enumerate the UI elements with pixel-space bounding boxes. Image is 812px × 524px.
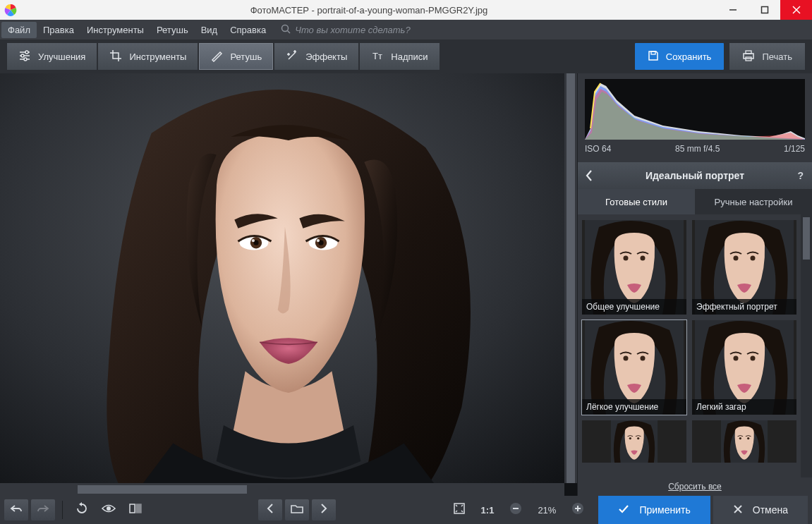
save-label: Сохранить	[666, 51, 712, 62]
brush-icon	[210, 49, 223, 64]
menu-item-edit[interactable]: Правка	[37, 22, 80, 38]
wand-icon	[286, 49, 298, 64]
eye-icon	[102, 504, 116, 516]
maximize-button[interactable]	[749, 0, 780, 20]
minimize-button[interactable]	[717, 0, 749, 20]
preview-button[interactable]	[97, 499, 121, 520]
sub-tab-presets[interactable]: Готовые стили	[578, 189, 695, 214]
save-button[interactable]: Сохранить	[635, 43, 725, 70]
search-icon	[281, 24, 295, 36]
panel-header: Идеальный портрет ?	[578, 162, 812, 189]
panel-sub-tabs: Готовые стили Ручные настройки	[578, 189, 812, 214]
redo-icon	[37, 504, 49, 516]
menu-item-file[interactable]: Файл	[1, 22, 37, 38]
sliders-icon	[18, 49, 31, 64]
reset-row: Сбросить все	[578, 477, 812, 496]
open-folder-button[interactable]	[285, 499, 309, 520]
histogram-section: ISO 64 85 mm f/4.5 1/125	[578, 73, 812, 158]
preset-area: Общее улучшение Эффектный портрет Лёгкое…	[578, 214, 812, 477]
svg-rect-15	[651, 51, 655, 54]
right-panel: ISO 64 85 mm f/4.5 1/125 Идеальный портр…	[577, 73, 812, 496]
menu-search[interactable]: Что вы хотите сделать?	[281, 24, 411, 36]
tab-instruments[interactable]: Инструменты	[98, 43, 198, 70]
svg-rect-17	[746, 51, 751, 54]
canvas-horizontal-scrollbar[interactable]	[0, 483, 564, 496]
app-icon	[4, 4, 17, 16]
title-bar: ФотоМАСТЕР - portrait-of-a-young-woman-P…	[0, 0, 812, 20]
search-placeholder: Что вы хотите сделать?	[295, 25, 411, 35]
tab-effects[interactable]: Эффекты	[274, 43, 358, 70]
tab-enhancements[interactable]: Улучшения	[7, 43, 97, 70]
check-icon	[618, 504, 629, 516]
compare-button[interactable]	[123, 499, 147, 520]
save-icon	[648, 50, 659, 63]
preset-item[interactable]: Лёгкое улучшение	[582, 320, 686, 415]
panel-help-button[interactable]: ?	[797, 162, 804, 189]
svg-line-6	[288, 30, 291, 33]
preset-label: Легкий загар	[692, 399, 796, 415]
window-title: ФотоМАСТЕР - portrait-of-a-young-woman-P…	[21, 5, 717, 16]
reset-all-link[interactable]: Сбросить все	[668, 482, 722, 492]
cancel-button[interactable]: Отмена	[713, 496, 808, 524]
menu-item-help[interactable]: Справка	[224, 22, 272, 38]
chevron-right-icon	[320, 504, 328, 516]
window-controls	[717, 0, 812, 20]
preset-scrollbar[interactable]	[801, 214, 812, 477]
svg-point-5	[282, 25, 289, 31]
tab-label: Инструменты	[129, 51, 186, 62]
preset-grid: Общее улучшение Эффектный портрет Лёгкое…	[578, 214, 801, 477]
preset-item[interactable]	[692, 420, 796, 463]
menu-item-retouch[interactable]: Ретушь	[150, 22, 195, 38]
rotate-icon	[75, 502, 88, 518]
menu-item-view[interactable]: Вид	[195, 22, 224, 38]
close-button[interactable]	[780, 0, 812, 20]
fit-screen-button[interactable]	[447, 499, 471, 520]
canvas-vertical-scrollbar[interactable]	[564, 73, 577, 483]
preset-item[interactable]: Общее улучшение	[582, 220, 686, 315]
bottom-bar: 1:1 21% Применить Отмена	[0, 496, 812, 524]
next-image-button[interactable]	[312, 499, 336, 520]
rotate-button[interactable]	[70, 499, 94, 520]
workspace: ISO 64 85 mm f/4.5 1/125 Идеальный портр…	[0, 73, 812, 496]
tool-tab-bar: Улучшения Инструменты Ретушь Эффекты Tт …	[0, 39, 812, 73]
minus-circle-icon	[509, 502, 522, 518]
redo-button[interactable]	[31, 499, 55, 520]
svg-rect-2	[761, 7, 768, 13]
svg-rect-32	[130, 504, 135, 513]
menu-item-instruments[interactable]: Инструменты	[80, 22, 150, 38]
panel-back-button[interactable]	[585, 162, 593, 189]
tab-label: Улучшения	[38, 51, 85, 62]
x-icon	[733, 504, 743, 516]
svg-text:Tт: Tт	[372, 51, 382, 61]
undo-icon	[10, 504, 23, 516]
svg-rect-16	[744, 54, 753, 59]
text-icon: Tт	[371, 49, 384, 64]
cancel-label: Отмена	[753, 504, 788, 516]
zoom-1to1-button[interactable]: 1:1	[474, 505, 502, 516]
crop-icon	[109, 49, 122, 64]
histogram[interactable]	[585, 79, 805, 140]
zoom-in-button[interactable]	[566, 499, 590, 520]
menu-bar: Файл Правка Инструменты Ретушь Вид Справ…	[0, 20, 812, 39]
sub-tab-manual[interactable]: Ручные настройки	[695, 189, 812, 214]
apply-label: Применить	[639, 504, 690, 516]
undo-button[interactable]	[4, 499, 28, 520]
iso-value: ISO 64	[585, 144, 611, 154]
plus-circle-icon	[571, 502, 584, 518]
svg-point-10	[25, 51, 28, 54]
apply-button[interactable]: Применить	[598, 496, 710, 524]
panel-title: Идеальный портрет	[646, 170, 744, 181]
preset-item[interactable]	[582, 420, 686, 463]
histogram-metadata: ISO 64 85 mm f/4.5 1/125	[585, 144, 805, 154]
tab-retouch[interactable]: Ретушь	[199, 43, 273, 70]
preset-item[interactable]: Эффектный портрет	[692, 220, 796, 315]
svg-point-12	[24, 58, 27, 61]
tab-text[interactable]: Tт Надписи	[360, 43, 439, 70]
svg-point-31	[107, 506, 111, 511]
image-canvas[interactable]	[0, 73, 577, 496]
print-button[interactable]: Печать	[729, 43, 805, 70]
zoom-out-button[interactable]	[504, 499, 528, 520]
prev-image-button[interactable]	[258, 499, 282, 520]
preset-item[interactable]: Легкий загар	[692, 320, 796, 415]
svg-point-23	[252, 239, 255, 242]
